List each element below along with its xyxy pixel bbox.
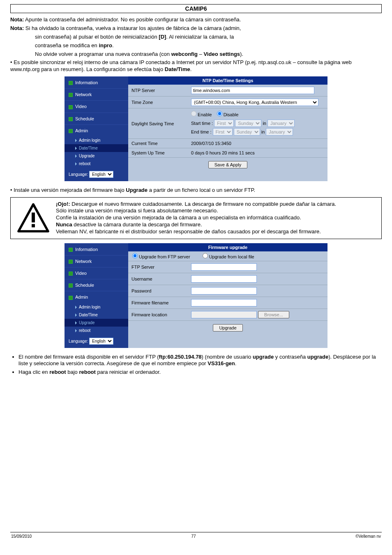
nav-icon bbox=[69, 81, 73, 85]
current-time-label: Current Time bbox=[128, 138, 188, 148]
ntp-server-label: NTP Server bbox=[128, 85, 188, 97]
sidebar-item-admin[interactable]: Admin bbox=[65, 124, 128, 136]
footer-copyright: ©Velleman nv bbox=[355, 534, 381, 539]
dst-enable-radio[interactable]: Enable bbox=[191, 112, 212, 117]
warning-box: ¡Ojo!: Descargue el nuevo firmware cuida… bbox=[10, 197, 382, 239]
firmware-panel: Firmware upgrade Upgrade from FTP server… bbox=[128, 243, 327, 348]
ftp-server-label: FTP Server bbox=[128, 261, 188, 273]
sidebar: Information Network Video Schedule Admin… bbox=[65, 243, 128, 348]
sidebar: Information Network Video Schedule Admin… bbox=[65, 76, 128, 181]
footer-pagenum: 77 bbox=[191, 534, 196, 539]
sidebar-sub-datetime[interactable]: Date/Time bbox=[65, 144, 128, 152]
nav-icon bbox=[69, 272, 73, 276]
firmware-screenshot: Information Network Video Schedule Admin… bbox=[65, 243, 327, 348]
sidebar-language: Language: English bbox=[65, 334, 128, 348]
svg-rect-2 bbox=[32, 224, 35, 227]
language-select[interactable]: English bbox=[89, 171, 113, 178]
nota1: Nota: Apunte la contraseña del administr… bbox=[10, 16, 382, 23]
end-time-label: End time : bbox=[191, 129, 212, 134]
warning-icon bbox=[11, 198, 56, 239]
sidebar-item-schedule[interactable]: Schedule bbox=[65, 279, 128, 291]
current-time-value: 2009/07/10 15:3450 bbox=[188, 138, 327, 148]
chevron-right-icon bbox=[75, 154, 77, 158]
upgrade-local-radio[interactable]: Upgrade from local file bbox=[203, 253, 254, 259]
chevron-right-icon bbox=[75, 313, 77, 317]
tail-bullet-reboot: Haga clic en reboot bajo reboot para rei… bbox=[18, 369, 382, 376]
warning-text: ¡Ojo!: Descargue el nuevo firmware cuida… bbox=[56, 198, 381, 239]
chevron-right-icon bbox=[75, 162, 77, 166]
nav-icon bbox=[69, 129, 73, 133]
start-ord-select[interactable]: First bbox=[214, 120, 234, 127]
chevron-right-icon bbox=[75, 306, 77, 309]
timezone-label: Time Zone bbox=[128, 97, 188, 108]
language-select[interactable]: English bbox=[89, 338, 113, 345]
nav-icon bbox=[69, 296, 73, 300]
uptime-value: 0 days 0 hours 20 mins 11 secs bbox=[188, 148, 327, 157]
ntp-panel: NTP Date/Time Settings NTP Server Time Z… bbox=[128, 76, 327, 181]
sidebar-sub-reboot[interactable]: reboot bbox=[65, 160, 128, 168]
sidebar-sub-reboot[interactable]: reboot bbox=[65, 327, 128, 334]
page-footer: 15/09/2010 77 ©Velleman nv bbox=[10, 532, 382, 539]
nav-icon bbox=[69, 260, 73, 264]
footer-date: 15/09/2010 bbox=[11, 534, 32, 539]
sidebar-sub-upgrade[interactable]: Upgrade bbox=[65, 319, 128, 327]
nota2-line1: Nota: Si ha olvidado la contraseña, vuel… bbox=[10, 25, 382, 32]
uptime-label: System Up Time bbox=[128, 148, 188, 157]
dst-disable-radio[interactable]: Disable bbox=[217, 112, 239, 117]
chevron-right-icon bbox=[75, 147, 77, 150]
sidebar-item-network[interactable]: Network bbox=[65, 88, 128, 100]
browse-button[interactable]: Browse... bbox=[258, 311, 289, 318]
chevron-right-icon bbox=[75, 139, 77, 142]
sidebar-item-admin[interactable]: Admin bbox=[65, 291, 128, 303]
sidebar-language: Language: English bbox=[65, 168, 128, 181]
sidebar-sub-upgrade[interactable]: Upgrade bbox=[65, 152, 128, 160]
chevron-right-icon bbox=[75, 329, 77, 332]
sidebar-item-network[interactable]: Network bbox=[65, 255, 128, 267]
page-title: CAMIP6 bbox=[10, 4, 382, 13]
nav-icon bbox=[69, 117, 73, 121]
sidebar-item-information[interactable]: Information bbox=[65, 243, 128, 255]
end-day-select[interactable]: Sunday bbox=[234, 128, 260, 136]
end-month-select[interactable]: January bbox=[266, 128, 293, 136]
sidebar-item-information[interactable]: Information bbox=[65, 76, 128, 88]
save-apply-button[interactable]: Save & Apply bbox=[208, 161, 247, 168]
ftp-server-input[interactable] bbox=[191, 263, 257, 271]
sidebar-sub-datetime[interactable]: Date/Time bbox=[65, 311, 128, 319]
upgrade-ftp-radio[interactable]: Upgrade from FTP server bbox=[132, 253, 190, 259]
nav-icon bbox=[69, 105, 73, 109]
dst-label: Daylight Saving Time bbox=[128, 108, 188, 139]
start-month-select[interactable]: January bbox=[267, 120, 295, 127]
fw-location-label: Firmware location bbox=[128, 309, 188, 321]
sidebar-item-schedule[interactable]: Schedule bbox=[65, 113, 128, 124]
fw-filename-label: Firmware filename bbox=[128, 297, 188, 309]
bullet-ntp: Es posible sincronizar el reloj interno … bbox=[10, 59, 382, 73]
end-ord-select[interactable]: First bbox=[213, 128, 233, 136]
nota2-line2: sin contraseña) al pulsar el botón de re… bbox=[35, 34, 382, 41]
ntp-panel-header: NTP Date/Time Settings bbox=[128, 76, 327, 85]
fw-filename-input[interactable] bbox=[191, 299, 257, 306]
sidebar-item-video[interactable]: Video bbox=[65, 100, 128, 112]
sidebar-sub-adminlogin[interactable]: Admin login bbox=[65, 303, 128, 311]
tail-bullet-ftp: El nombre del firmware está disponible e… bbox=[18, 354, 382, 368]
nota2-line4: No olvide volver a programar una nueva c… bbox=[35, 51, 382, 58]
nav-icon bbox=[69, 248, 73, 252]
username-label: Username bbox=[128, 273, 188, 285]
sidebar-sub-adminlogin[interactable]: Admin login bbox=[65, 136, 128, 144]
upgrade-button[interactable]: Upgrade bbox=[213, 324, 242, 332]
ntp-screenshot: Information Network Video Schedule Admin… bbox=[65, 76, 327, 181]
nav-icon bbox=[69, 283, 73, 288]
password-label: Password bbox=[128, 285, 188, 297]
start-time-label: Start time : bbox=[191, 121, 213, 126]
nav-icon bbox=[69, 93, 73, 97]
start-day-select[interactable]: Sunday bbox=[235, 120, 261, 127]
password-input[interactable] bbox=[191, 287, 257, 295]
ntp-server-input[interactable] bbox=[191, 87, 314, 94]
timezone-select[interactable]: (GMT+08:00) China, Hong Kong, Australia … bbox=[191, 99, 318, 106]
firmware-panel-header: Firmware upgrade bbox=[128, 243, 327, 251]
chevron-right-icon bbox=[75, 321, 77, 325]
fw-location-input[interactable] bbox=[191, 311, 257, 318]
username-input[interactable] bbox=[191, 275, 257, 283]
nota2-line3: contraseña se modifica en inpro. bbox=[35, 42, 382, 49]
bullet-upgrade: Instale una versión mejorada del firmwar… bbox=[10, 187, 382, 194]
sidebar-item-video[interactable]: Video bbox=[65, 267, 128, 279]
